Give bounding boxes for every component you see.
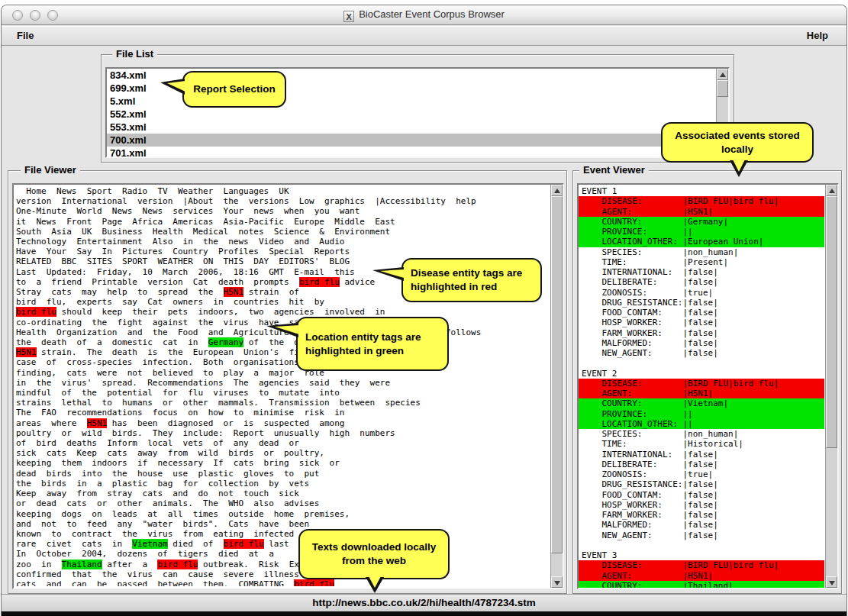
file-list-item[interactable]: 700.xml xyxy=(107,134,728,147)
viewer-line: South Asia UK Business Health Medical no… xyxy=(16,227,549,237)
event-row: COUNTRY: |Vietnam| xyxy=(579,398,824,408)
viewer-line: confirmed that the virus can cause sever… xyxy=(16,569,549,579)
event-row: PROVINCE: || xyxy=(579,409,824,419)
menu-bar: File Help xyxy=(2,26,846,46)
event-viewer-group-label: Event Viewer xyxy=(579,164,649,176)
viewer-line: H5N1 strain. The death is the European U… xyxy=(16,347,549,357)
viewer-line: and not to feed any "water birds". Cats … xyxy=(16,519,549,529)
event-row: FARM_WORKER: |false| xyxy=(579,510,824,520)
disease-entity-tag: H5N1 xyxy=(16,347,37,357)
event-row: NEW_AGENT: |false| xyxy=(579,348,824,358)
event-row: COUNTRY: |Germany| xyxy=(579,217,824,227)
viewer-line: Home News Sport Radio TV Weather Languag… xyxy=(16,186,549,196)
viewer-line: sick cats Keep cats away from wild birds… xyxy=(16,448,549,458)
viewer-line: zoo in Thailand after a bird flu outbrea… xyxy=(16,560,549,569)
file-list-group-label: File List xyxy=(112,48,157,60)
disease-entity-tag: bird flu xyxy=(299,277,340,287)
viewer-line: Keep away from stray cats and do not tou… xyxy=(16,489,549,498)
viewer-line: in the virus' spread. Recommendations Th… xyxy=(16,378,549,388)
callout-texts-downloaded: Texts downloaded locally from the web xyxy=(298,529,450,579)
viewer-line: One-Minute World News News services Your… xyxy=(16,206,549,216)
viewer-line: finding, cats were not believed to play … xyxy=(16,368,549,378)
up-arrow-icon xyxy=(829,189,835,193)
x11-app-icon: X xyxy=(343,11,354,22)
event-row: TIME: |Historical| xyxy=(579,439,824,449)
status-bar: http://news.bbc.co.uk/2/hi/health/478723… xyxy=(2,594,846,611)
viewer-line: rare civet cats in Vietnam died of bird … xyxy=(16,539,549,549)
scrollbar-thumb[interactable] xyxy=(826,196,837,448)
callout-tail xyxy=(167,81,185,92)
file-viewer-text: Home News Sport Radio TV Weather Languag… xyxy=(16,186,549,586)
viewer-line: known to contract the virus from eating … xyxy=(16,529,549,539)
scroll-up-button[interactable] xyxy=(551,185,563,196)
viewer-line: dead birds into the house use plastic gl… xyxy=(16,469,549,479)
event-row: ZOONOSIS: |true| xyxy=(579,469,824,479)
scrollbar-thumb[interactable] xyxy=(551,196,563,553)
file-list-item[interactable]: 701.xml xyxy=(107,147,728,158)
event-row: AGENT: |H5N1| xyxy=(579,207,824,217)
callout-tail xyxy=(369,576,381,588)
callout-tail xyxy=(275,325,299,334)
menu-file[interactable]: File xyxy=(12,30,38,41)
menu-help[interactable]: Help xyxy=(802,30,833,41)
app-window: XBioCaster Event Corpus Browser File Hel… xyxy=(1,5,847,616)
event-viewer-text: EVENT 1 DISEASE: |BIRD FLU|bird flu| AGE… xyxy=(579,186,824,588)
event-row: SPECIES: |non_human| xyxy=(579,247,824,257)
event-row: DRUG_RESISTANCE:|false| xyxy=(579,298,824,308)
event-viewer: EVENT 1 DISEASE: |BIRD FLU|bird flu| AGE… xyxy=(577,183,839,589)
viewer-line: the birds in a plastic bag for collectio… xyxy=(16,479,549,489)
event-row: LOCATION_OTHER: |European Union| xyxy=(579,237,824,247)
file-viewer-group: File Viewer Home News Sport Radio TV Wea… xyxy=(8,170,567,594)
event-viewer-scrollbar[interactable] xyxy=(825,185,837,588)
callout-tail xyxy=(733,160,745,172)
disease-entity-tag: H5N1 xyxy=(87,418,108,428)
viewer-line: mindful of the potential for flu viruses… xyxy=(16,388,549,398)
disease-entity-tag: H5N1 xyxy=(224,287,244,297)
scroll-up-button[interactable] xyxy=(717,69,728,80)
up-arrow-icon xyxy=(720,73,726,77)
event-row: TIME: |Present| xyxy=(579,257,824,267)
file-list-item[interactable]: 553.xml xyxy=(107,121,728,134)
viewer-line: areas where H5N1 has been diagnosed or i… xyxy=(16,418,549,428)
viewer-line: version International version |About the… xyxy=(16,196,549,206)
event-row: FOOD_CONTAM: |false| xyxy=(579,490,824,500)
scroll-down-button[interactable] xyxy=(551,576,563,588)
disease-entity-tag: bird flu xyxy=(157,560,198,569)
event-title: EVENT 2 xyxy=(579,369,824,379)
event-title: EVENT 3 xyxy=(579,550,824,560)
event-gap xyxy=(579,540,824,550)
callout-tail xyxy=(380,269,404,278)
viewer-line: Technology Entertainment Also in the new… xyxy=(16,237,549,247)
viewer-line: case of cross-species infection. Both or… xyxy=(16,357,549,367)
file-list-item[interactable]: 552.xml xyxy=(107,108,728,121)
viewer-line: it News Front Page Africa Americas Asia-… xyxy=(16,217,549,227)
disease-entity-tag: bird flu xyxy=(294,579,334,586)
viewer-line: of bird deaths Inform local vets of any … xyxy=(16,438,549,448)
event-row: LOCATION_OTHER: || xyxy=(579,419,824,429)
down-arrow-icon xyxy=(554,581,560,585)
event-title: EVENT 1 xyxy=(579,186,824,196)
event-row: PROVINCE: || xyxy=(579,227,824,237)
file-viewer-group-label: File Viewer xyxy=(21,164,80,176)
viewer-line: In October 2004, dozens of tigers died a… xyxy=(16,549,549,559)
event-row: HOSP_WORKER: |false| xyxy=(579,500,824,510)
callout-disease-tags: Disease entity tags are highlighted in r… xyxy=(401,258,542,302)
viewer-line: keeping dogs on leads at all times outsi… xyxy=(16,509,549,519)
window-bottom-edge xyxy=(2,611,846,616)
callout-associated-events: Associated events stored locally xyxy=(661,122,814,163)
event-row: FOOD_CONTAM: |false| xyxy=(579,308,824,318)
event-row: SPECIES: |non_human| xyxy=(579,429,824,439)
event-row: INTERNATIONAL: |false| xyxy=(579,450,824,460)
source-url: http://news.bbc.co.uk/2/hi/health/478723… xyxy=(312,597,536,608)
event-row: AGENT: |H5N1| xyxy=(579,389,824,398)
event-row: DELIBERATE: |false| xyxy=(579,460,824,469)
scrollbar-thumb[interactable] xyxy=(717,80,728,97)
event-row: AGENT: |H5N1| xyxy=(579,571,824,581)
scroll-up-button[interactable] xyxy=(826,185,837,196)
event-row: DISEASE: |BIRD FLU|bird flu| xyxy=(579,196,824,206)
file-viewer-scrollbar[interactable] xyxy=(550,185,563,588)
event-row: INTERNATIONAL: |false| xyxy=(579,267,824,277)
disease-entity-tag: bird flu xyxy=(16,307,56,317)
scroll-down-button[interactable] xyxy=(826,576,837,588)
event-row: HOSP_WORKER: |false| xyxy=(579,318,824,327)
